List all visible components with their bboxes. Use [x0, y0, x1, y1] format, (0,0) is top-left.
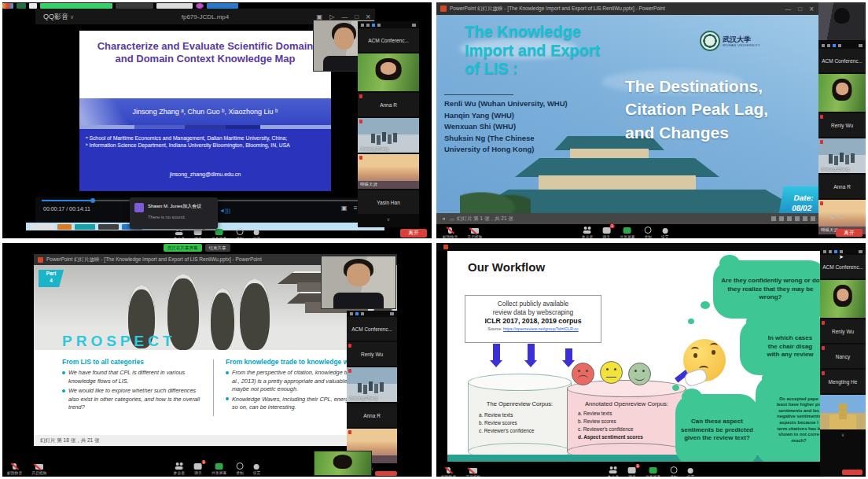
participant-tile[interactable]: Jinsong Zhang	[818, 138, 866, 173]
expand-panel-icon[interactable]	[412, 24, 416, 27]
minimize-panel-icon[interactable]	[823, 250, 826, 253]
layout-icon[interactable]	[366, 24, 370, 27]
toolbar-button[interactable]: 共享屏幕	[620, 227, 634, 238]
layout-active-icon[interactable]	[833, 44, 836, 47]
powerpoint-titlebar[interactable]: PowerPoint 幻灯片放映 - [The Knowledge Import…	[436, 2, 866, 15]
participant-tile[interactable]: ACM Conferenc...	[818, 49, 866, 72]
toolbar-button[interactable]: 设置	[253, 462, 261, 475]
more-icon[interactable]: ⋯	[848, 214, 853, 220]
toolbar-button[interactable]: 开启视频	[467, 227, 482, 238]
toolbar-button[interactable]: 1 聊天	[194, 462, 202, 475]
participant-tile[interactable]: Renly Wu	[347, 342, 397, 366]
toolbar-button[interactable]: 录制	[670, 466, 678, 477]
seek-handle[interactable]	[90, 198, 95, 203]
toolbar-button[interactable]: 录制	[236, 228, 244, 238]
layout-active-icon[interactable]	[834, 250, 837, 253]
participant-tile[interactable]: Anna R	[347, 403, 397, 427]
participant-tile[interactable]: Yasin Han	[358, 190, 419, 214]
participant-tile[interactable]: Nancy	[820, 345, 866, 368]
toolbar-button[interactable]: 设置	[687, 466, 695, 477]
toolbar-button[interactable]: 解除静音	[7, 462, 22, 475]
volume-icon[interactable]: ◄)))	[219, 208, 230, 213]
toolbar-button[interactable]: 参会者	[174, 462, 185, 475]
slideshow-tool-icon[interactable]	[787, 216, 792, 221]
participant-tile[interactable]: ACM Conferenc...	[358, 28, 419, 52]
leave-meeting-button[interactable]	[375, 471, 397, 476]
expand-panel-icon[interactable]	[390, 312, 394, 315]
toolbar-button[interactable]: 共享屏幕	[211, 462, 226, 475]
source-link[interactable]: https://openreview.net/group?id=ICLR.cc	[503, 326, 579, 331]
slideshow-tool-icon[interactable]	[803, 216, 807, 221]
leave-meeting-button[interactable]: 离开	[836, 229, 862, 237]
participant-tile[interactable]	[818, 2, 866, 40]
toolbar-button[interactable]: 1 聊天	[194, 228, 202, 238]
layout-grid-icon[interactable]	[840, 250, 843, 253]
grid-icon[interactable]: ⊞	[840, 214, 844, 220]
pencil-icon[interactable]: ✎	[822, 214, 826, 220]
participant-tile[interactable]: ACM Conferenc...	[347, 317, 397, 341]
minimize-panel-icon[interactable]	[822, 44, 825, 47]
slideshow-area[interactable]: The Knowledge Import and Export of LIS :…	[436, 15, 866, 213]
taskbar-item[interactable]	[57, 224, 72, 230]
toolbar-button[interactable]: 解除静音	[441, 466, 456, 477]
toolbar-button[interactable]: 设置	[661, 227, 669, 238]
stop-share-button[interactable]: 结束共享	[205, 244, 230, 252]
leave-meeting-button[interactable]	[842, 470, 862, 475]
layout-active-icon[interactable]	[372, 24, 375, 27]
participant-tile[interactable]: 蝴蝶天涯	[358, 154, 419, 189]
expand-panel-icon[interactable]	[859, 44, 862, 47]
taskbar-item[interactable]	[75, 224, 95, 230]
toolbar-button[interactable]: 参会者	[582, 227, 593, 238]
toolbar-button[interactable]: 设置	[253, 228, 261, 238]
collapse-chevron[interactable]	[358, 216, 419, 223]
layout-grid-icon[interactable]	[361, 312, 364, 315]
layout-grid-icon[interactable]	[838, 44, 841, 47]
toolbar-button[interactable]: 1 聊天	[628, 466, 636, 477]
participant-tile[interactable]: Jinsong Zhang	[358, 118, 419, 153]
taskbar-item[interactable]	[31, 224, 54, 230]
participant-tile[interactable]: Anna R	[358, 93, 419, 116]
participant-tile[interactable]: Anna R	[818, 175, 866, 198]
toolbar-button[interactable]: 开启视频	[465, 466, 480, 477]
toolbar-button[interactable]: 录制	[236, 462, 244, 475]
layout-grid-icon[interactable]	[377, 24, 381, 27]
playlist-icon[interactable]: ≡	[354, 204, 358, 212]
participant-tile[interactable]	[818, 74, 866, 112]
snapshot-icon[interactable]: ▣	[341, 204, 348, 212]
participant-tile[interactable]	[820, 395, 866, 429]
join-notification[interactable]: Shawn M. Jones加入会议 There is no sound.	[130, 197, 218, 229]
layout-active-icon[interactable]	[355, 312, 359, 315]
slideshow-area[interactable]: Our Workflow Collect publicly available …	[447, 251, 823, 462]
slideshow-tool-icon[interactable]	[779, 216, 784, 221]
panel-layout-controls[interactable]	[358, 21, 419, 28]
toolbar-button[interactable]: 解除静音	[443, 227, 458, 238]
layout-icon[interactable]	[827, 44, 830, 47]
toolbar-button[interactable]: 共享屏幕	[211, 228, 226, 238]
participant-tile[interactable]: Mengting He	[820, 370, 866, 393]
comment-icon[interactable]: ▭	[450, 216, 454, 222]
toolbar-button[interactable]: 参会者	[608, 466, 619, 477]
slideshow-tool-icon[interactable]	[811, 216, 815, 221]
taskbar-item[interactable]	[98, 224, 119, 230]
participant-tile[interactable]: Renly Wu	[818, 113, 866, 137]
collapse-chevron[interactable]	[820, 431, 866, 438]
participant-tile[interactable]	[820, 280, 866, 318]
toolbar-button[interactable]: 1 聊天	[602, 227, 610, 238]
slideshow-tool-icon[interactable]	[771, 216, 776, 221]
leave-meeting-button[interactable]: 离开	[400, 229, 427, 238]
minimize-panel-icon[interactable]	[361, 24, 364, 27]
minimize-button[interactable]	[785, 6, 791, 13]
toolbar-button[interactable]: 参会者	[174, 228, 185, 238]
participant-tile[interactable]: Renly Wu	[820, 319, 866, 343]
minimize-panel-icon[interactable]	[350, 312, 353, 315]
toolbar-button[interactable]: 开启视频	[31, 462, 46, 475]
snapshot-icon[interactable]: ▣	[830, 214, 836, 220]
speaker-icon[interactable]: ◄	[441, 216, 446, 222]
layout-icon[interactable]	[829, 250, 832, 253]
slideshow-tool-icon[interactable]	[795, 216, 800, 221]
panel-layout-controls[interactable]	[818, 42, 866, 49]
speaker-webcam[interactable]	[321, 256, 396, 309]
participant-tile[interactable]: Jinsong Zhang	[347, 367, 397, 402]
participant-tile[interactable]	[358, 53, 419, 91]
expand-panel-icon[interactable]	[859, 250, 862, 253]
